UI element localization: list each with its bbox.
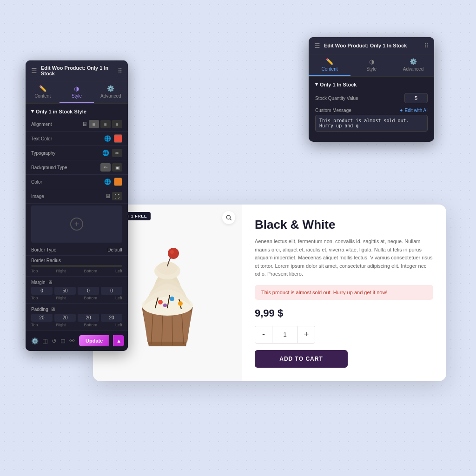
bg-gradient-btn[interactable]: ▣ — [112, 163, 122, 172]
align-left-btn[interactable]: ≡ — [89, 120, 99, 128]
half-circle-icon: ◑ — [74, 85, 79, 92]
pencil-icon: ✏️ — [39, 85, 46, 92]
update-arrow-button[interactable]: ▲ — [113, 335, 124, 346]
tab-content-left[interactable]: ✏️ Content — [26, 81, 60, 103]
custom-message-textarea[interactable]: This product is almost sold out. Hurry u… — [315, 115, 428, 132]
right-panel-title: Edit Woo Product: Only 1 In Stock — [324, 43, 420, 48]
tab-advanced-left[interactable]: ⚙️ Advanced — [94, 81, 128, 103]
half-circle-icon-right: ◑ — [369, 58, 374, 65]
text-color-row: Text Color 🌐 — [26, 132, 128, 146]
padding-top[interactable]: 20 — [31, 314, 53, 322]
padding-bottom[interactable]: 20 — [78, 314, 99, 322]
hamburger-icon[interactable]: ☰ — [31, 67, 37, 74]
color-controls: 🌐 — [104, 178, 122, 186]
content-section-title: ▾ Only 1 In Stock — [315, 81, 428, 87]
arrow-icon: ▾ — [31, 108, 34, 114]
tab-content-right[interactable]: ✏️ Content — [309, 54, 350, 76]
svg-point-0 — [226, 215, 230, 219]
grid-icon-right[interactable]: ⠿ — [424, 42, 429, 49]
globe-icon-color[interactable]: 🌐 — [104, 178, 111, 185]
product-title: Black & White — [255, 218, 433, 232]
padding-right[interactable]: 20 — [54, 314, 76, 322]
layers-icon[interactable]: ◫ — [42, 337, 48, 344]
margin-bottom[interactable]: 0 — [78, 287, 99, 295]
tab-style-right[interactable]: ◑ Style — [350, 54, 392, 76]
add-to-cart-button[interactable]: ADD TO CART — [255, 350, 348, 368]
svg-point-14 — [170, 250, 174, 254]
padding-sub-labels: Top Right Bottom Left — [31, 323, 122, 327]
ai-edit-button[interactable]: ✦ Edit with AI — [399, 108, 428, 113]
align-right-btn[interactable]: ≡ — [112, 120, 122, 128]
svg-point-10 — [170, 297, 174, 301]
margin-left[interactable]: 0 — [101, 287, 122, 295]
left-panel-header: ☰ Edit Woo Product: Only 1 In Stock ⠿ — [26, 60, 128, 81]
responsive-icon[interactable]: ⊡ — [60, 337, 66, 344]
margin-right[interactable]: 50 — [54, 287, 76, 295]
qty-plus-button[interactable]: + — [298, 326, 315, 343]
border-radius-bar — [31, 265, 122, 267]
edit-typography-btn[interactable]: ✏ — [112, 149, 122, 157]
globe-icon-typo[interactable]: 🌐 — [102, 150, 109, 156]
tab-advanced-right[interactable]: ⚙️ Advanced — [392, 54, 434, 76]
align-center-btn[interactable]: ≡ — [100, 120, 111, 128]
stock-qty-row: Stock Quantity Value — [315, 93, 428, 103]
text-color-controls: 🌐 — [104, 134, 122, 143]
pencil-icon-right: ✏️ — [326, 58, 333, 65]
monitor-icon-margin: 🖥 — [47, 279, 53, 285]
right-content-panel: ☰ Edit Woo Product: Only 1 In Stock ⠿ ✏️… — [309, 37, 434, 142]
bg-type-controls: ✏ ▣ — [100, 163, 122, 172]
history-icon[interactable]: ↺ — [52, 337, 57, 344]
padding-section: Padding 🖥 20 20 20 20 Top Right Bottom L… — [26, 304, 128, 331]
alignment-label: Alignment — [31, 122, 82, 127]
monitor-icon-img: 🖥 — [105, 193, 111, 199]
stock-qty-label: Stock Quantity Value — [315, 96, 404, 101]
custom-message-label: Custom Message — [315, 108, 399, 113]
padding-label-row: Padding 🖥 — [31, 306, 122, 312]
padding-values: 20 20 20 20 — [31, 314, 122, 322]
border-sub-labels: Top Right Bottom Left — [31, 269, 122, 273]
margin-sub-labels: Top Right Bottom Left — [31, 296, 122, 300]
typography-label: Typography — [31, 151, 102, 156]
qty-minus-button[interactable]: - — [255, 326, 272, 343]
text-color-label: Text Color — [31, 136, 104, 141]
tab-style-left[interactable]: ◑ Style — [60, 81, 93, 103]
left-panel-tabs: ✏️ Content ◑ Style ⚙️ Advanced — [26, 81, 128, 104]
content-section: ▾ Only 1 In Stock Stock Quantity Value C… — [309, 77, 434, 142]
border-type-label: Border Type — [31, 247, 107, 252]
color-row: Color 🌐 — [26, 175, 128, 189]
padding-left[interactable]: 20 — [101, 314, 122, 322]
stock-qty-input[interactable] — [404, 93, 428, 103]
image-upload-area[interactable]: + — [31, 205, 122, 243]
bg-type-row: Background Type ✏ ▣ — [26, 160, 128, 175]
bg-solid-btn[interactable]: ✏ — [100, 163, 111, 172]
product-info: Black & White Aenean lectus elit, fermen… — [242, 205, 446, 381]
margin-top[interactable]: 0 — [31, 287, 53, 295]
eye-icon[interactable]: 👁 — [69, 337, 75, 344]
globe-icon-text[interactable]: 🌐 — [104, 135, 111, 142]
typography-controls: 🌐 ✏ — [102, 149, 122, 157]
border-type-value: Default — [107, 247, 122, 252]
hamburger-icon-right[interactable]: ☰ — [314, 42, 320, 49]
text-color-swatch[interactable] — [114, 134, 122, 143]
color-label: Color — [31, 179, 104, 185]
gear-icon-right: ⚙️ — [410, 58, 417, 65]
border-radius-section: Border Radius Top Right Bottom Left — [26, 256, 128, 277]
qty-display: 1 — [272, 326, 298, 343]
grid-icon[interactable]: ⠿ — [118, 67, 122, 74]
right-panel-header: ☰ Edit Woo Product: Only 1 In Stock ⠿ — [309, 37, 434, 54]
color-swatch[interactable] — [114, 178, 122, 186]
padding-label: Padding — [31, 307, 48, 312]
image-row: Image 🖥 ⛶ — [26, 189, 128, 204]
svg-point-9 — [158, 300, 163, 304]
custom-message-row: Custom Message ✦ Edit with AI This produ… — [315, 108, 428, 132]
update-button[interactable]: Update — [79, 335, 109, 346]
image-zoom-button[interactable] — [222, 211, 235, 224]
left-panel-title: Edit Woo Product: Only 1 In Stock — [41, 65, 114, 76]
product-description: Aenean lectus elit, fermentum non, conva… — [255, 238, 433, 278]
border-type-row: Border Type Default — [26, 245, 128, 256]
product-card: BUY 1, GET 1 FREE — [93, 205, 446, 381]
margin-label: Margin — [31, 280, 46, 285]
alignment-row: Alignment 🖥 ≡ ≡ ≡ — [26, 117, 128, 132]
settings-icon[interactable]: ⚙️ — [31, 337, 39, 344]
image-link-btn[interactable]: ⛶ — [112, 192, 122, 200]
